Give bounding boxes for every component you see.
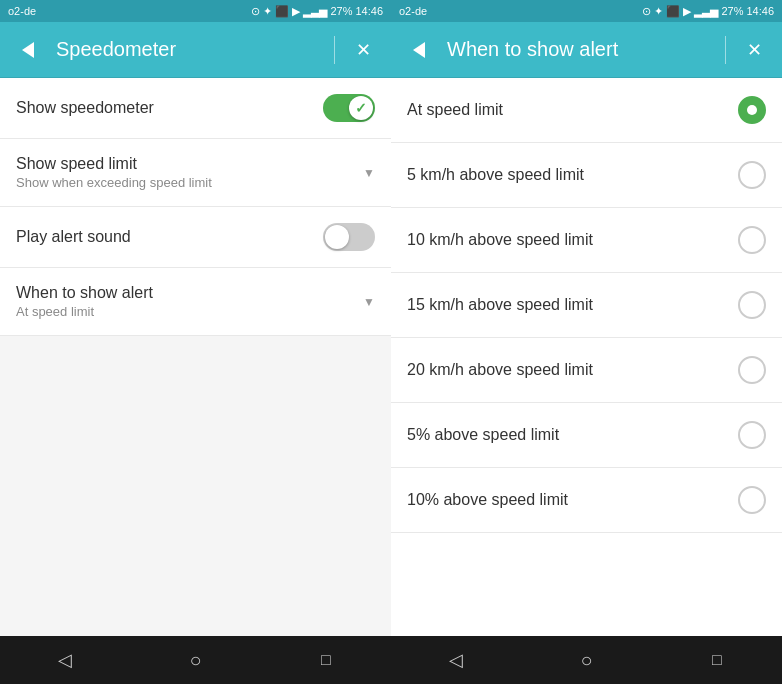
back-icon-left [22,42,34,58]
signal-icons-right: ✦ ⬛ ▶ ▂▃▅ [654,5,718,18]
option-10kmh-above[interactable]: 10 km/h above speed limit [391,208,782,273]
option-10pct-above[interactable]: 10% above speed limit [391,468,782,533]
nav-recent-icon-left: □ [321,651,331,669]
option-5pct-above[interactable]: 5% above speed limit [391,403,782,468]
status-bar-left: o2-de ⊙ ✦ ⬛ ▶ ▂▃▅ ⊙ ✦ ⬛ ▶ ▂▃▅ 27% 27% 14… [0,0,391,22]
dropdown-arrow-1: ▼ [363,166,375,180]
divider-right [725,36,726,64]
option-20kmh-above[interactable]: 20 km/h above speed limit [391,338,782,403]
options-list: At speed limit 5 km/h above speed limit … [391,78,782,636]
nav-home-icon-left: ○ [189,649,201,672]
app-bar-left: Speedometer ✕ [0,22,391,78]
radio-circle-4 [738,356,766,384]
close-icon-right: ✕ [747,39,762,61]
setting-title-0: Show speedometer [16,99,154,117]
radio-circle-3 [738,291,766,319]
nav-home-right[interactable]: ○ [566,640,606,680]
setting-when-to-show-alert[interactable]: When to show alert At speed limit ▼ [0,268,391,336]
toggle-play-alert-sound[interactable] [323,223,375,251]
option-label-1: 5 km/h above speed limit [407,166,584,184]
back-button-right[interactable] [403,34,435,66]
back-button-left[interactable] [12,34,44,66]
nav-recent-icon-right: □ [712,651,722,669]
nav-back-left[interactable]: ◁ [45,640,85,680]
option-label-4: 20 km/h above speed limit [407,361,593,379]
nav-recent-left[interactable]: □ [306,640,346,680]
radio-circle-0 [738,96,766,124]
status-icons-right: ⊙ ✦ ⬛ ▶ ▂▃▅ 27% 14:46 [642,5,774,18]
signal-icons: ✦ ⬛ ▶ ▂▃▅ [263,5,327,18]
battery-pct-right: 27% [721,5,743,17]
setting-show-speedometer[interactable]: Show speedometer ✓ [0,78,391,139]
time-right: 14:46 [746,5,774,17]
app-title-left: Speedometer [56,38,322,61]
status-icons-left: ⊙ ✦ ⬛ ▶ ▂▃▅ ⊙ ✦ ⬛ ▶ ▂▃▅ 27% 27% 14:46 [251,5,383,18]
radio-circle-2 [738,226,766,254]
time-left: 14:46 [355,5,383,17]
option-5kmh-above[interactable]: 5 km/h above speed limit [391,143,782,208]
left-panel: o2-de ⊙ ✦ ⬛ ▶ ▂▃▅ ⊙ ✦ ⬛ ▶ ▂▃▅ 27% 27% 14… [0,0,391,684]
app-title-right: When to show alert [447,38,713,61]
setting-subtitle-1: Show when exceeding speed limit [16,175,212,190]
right-panel: o2-de ⊙ ✦ ⬛ ▶ ▂▃▅ 27% 14:46 When to show… [391,0,782,684]
close-button-left[interactable]: ✕ [347,34,379,66]
nav-back-icon-left: ◁ [58,649,72,671]
bluetooth-icon: ⊙ [251,5,260,18]
option-label-0: At speed limit [407,101,503,119]
setting-subtitle-3: At speed limit [16,304,153,319]
carrier-right: o2-de [399,5,427,17]
radio-circle-5 [738,421,766,449]
option-label-3: 15 km/h above speed limit [407,296,593,314]
option-15kmh-above[interactable]: 15 km/h above speed limit [391,273,782,338]
option-at-speed-limit[interactable]: At speed limit [391,78,782,143]
nav-bar-right: ◁ ○ □ [391,636,782,684]
radio-circle-6 [738,486,766,514]
nav-back-icon-right: ◁ [449,649,463,671]
option-label-2: 10 km/h above speed limit [407,231,593,249]
toggle-knob-0: ✓ [349,96,373,120]
dropdown-arrow-3: ▼ [363,295,375,309]
nav-back-right[interactable]: ◁ [436,640,476,680]
nav-home-left[interactable]: ○ [175,640,215,680]
setting-show-speed-limit[interactable]: Show speed limit Show when exceeding spe… [0,139,391,207]
divider-left [334,36,335,64]
radio-circle-1 [738,161,766,189]
back-icon-right [413,42,425,58]
toggle-knob-2 [325,225,349,249]
status-bar-right: o2-de ⊙ ✦ ⬛ ▶ ▂▃▅ 27% 14:46 [391,0,782,22]
app-bar-right: When to show alert ✕ [391,22,782,78]
option-label-6: 10% above speed limit [407,491,568,509]
option-label-5: 5% above speed limit [407,426,559,444]
setting-title-2: Play alert sound [16,228,131,246]
close-icon-left: ✕ [356,39,371,61]
battery-pct-left: 27% [330,5,352,17]
setting-title-3: When to show alert [16,284,153,302]
nav-bar-left: ◁ ○ □ [0,636,391,684]
close-button-right[interactable]: ✕ [738,34,770,66]
setting-title-1: Show speed limit [16,155,212,173]
radio-inner-0 [747,105,757,115]
carrier-left: o2-de [8,5,36,17]
nav-recent-right[interactable]: □ [697,640,737,680]
nav-home-icon-right: ○ [580,649,592,672]
checkmark-icon: ✓ [355,100,367,116]
settings-list: Show speedometer ✓ Show speed limit Show… [0,78,391,636]
toggle-show-speedometer[interactable]: ✓ [323,94,375,122]
setting-play-alert-sound[interactable]: Play alert sound [0,207,391,268]
bluetooth-icon-right: ⊙ [642,5,651,18]
